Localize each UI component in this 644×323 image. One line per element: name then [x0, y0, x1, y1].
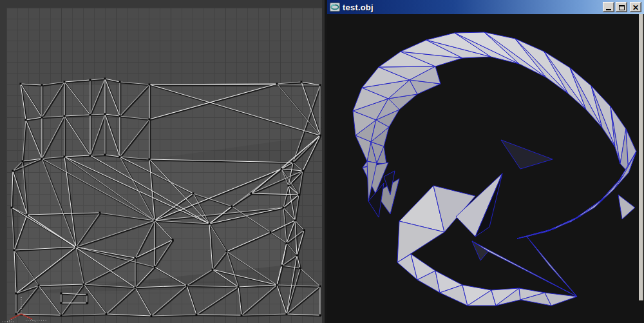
screen: test.obj ✕	[0, 0, 644, 323]
window-right-border	[639, 14, 643, 300]
window-controls: ✕	[603, 2, 644, 12]
viewer-window: test.obj ✕	[327, 0, 644, 323]
3d-viewport[interactable]	[327, 14, 644, 323]
minimize-button[interactable]	[603, 2, 614, 12]
minimize-icon	[606, 9, 611, 10]
close-button[interactable]: ✕	[630, 2, 641, 12]
maximize-icon	[619, 5, 625, 10]
viewer-titlebar[interactable]: test.obj ✕	[327, 0, 644, 14]
close-icon: ✕	[632, 3, 639, 12]
app-logo-icon	[330, 3, 340, 12]
window-title: test.obj	[343, 3, 374, 12]
uv-editor-panel[interactable]	[0, 0, 325, 323]
3d-mesh	[327, 14, 644, 323]
maximize-button[interactable]	[616, 2, 627, 12]
uv-wireframe	[0, 0, 325, 323]
